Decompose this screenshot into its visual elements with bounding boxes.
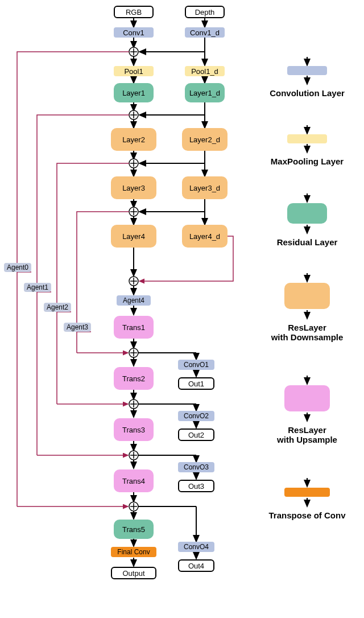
legend-conv-icon: [287, 66, 327, 75]
legend-maxpool: MaxPooling Layer: [256, 156, 358, 166]
trans1: Trans1: [114, 316, 154, 339]
layer4: Layer4: [111, 225, 156, 248]
trans2: Trans2: [114, 367, 154, 390]
agent3: Agent3: [64, 323, 91, 332]
agent0: Agent0: [4, 263, 31, 272]
trans5: Trans5: [114, 520, 154, 539]
legend-residual: Residual Layer: [256, 237, 358, 247]
legend-resup-icon: [284, 385, 330, 411]
legend-resdown: ResLayer with Downsample: [256, 323, 358, 342]
output: Output: [111, 567, 156, 579]
depth-input: Depth: [185, 6, 225, 18]
out4: Out4: [178, 559, 214, 572]
legend-residual-icon: [287, 203, 327, 224]
layer1-d: Layer1_d: [185, 83, 225, 102]
layer3-d: Layer3_d: [182, 176, 228, 199]
out1: Out1: [178, 377, 214, 390]
convo3: ConvO3: [178, 462, 214, 472]
out3: Out3: [178, 480, 214, 492]
rgb-input: RGB: [114, 6, 154, 18]
conv1: Conv1: [114, 27, 154, 38]
legend-conv: Convolution Layer: [256, 88, 358, 98]
agent1: Agent1: [24, 283, 51, 292]
convo2: ConvO2: [178, 411, 214, 421]
layer1: Layer1: [114, 83, 154, 102]
trans3: Trans3: [114, 418, 154, 441]
conv1-d: Conv1_d: [185, 27, 225, 38]
final-conv: Final Conv: [111, 547, 156, 557]
convo1: ConvO1: [178, 360, 214, 370]
legend-pool-icon: [287, 134, 327, 143]
layer3: Layer3: [111, 176, 156, 199]
legend-resup: ResLayer with Upsample: [256, 425, 358, 444]
pool1: Pool1: [114, 66, 154, 76]
layer4-d: Layer4_d: [182, 225, 228, 248]
layer2: Layer2: [111, 128, 156, 151]
agent4: Agent4: [117, 295, 151, 306]
legend-resdown-icon: [284, 283, 330, 309]
out2: Out2: [178, 429, 214, 441]
agent2: Agent2: [44, 303, 71, 312]
layer2-d: Layer2_d: [182, 128, 228, 151]
pool1-d: Pool1_d: [185, 66, 225, 76]
legend-transconv: Transpose of Conv: [256, 510, 358, 520]
legend-transconv-icon: [284, 488, 330, 497]
convo4: ConvO4: [178, 542, 214, 552]
trans4: Trans4: [114, 469, 154, 492]
